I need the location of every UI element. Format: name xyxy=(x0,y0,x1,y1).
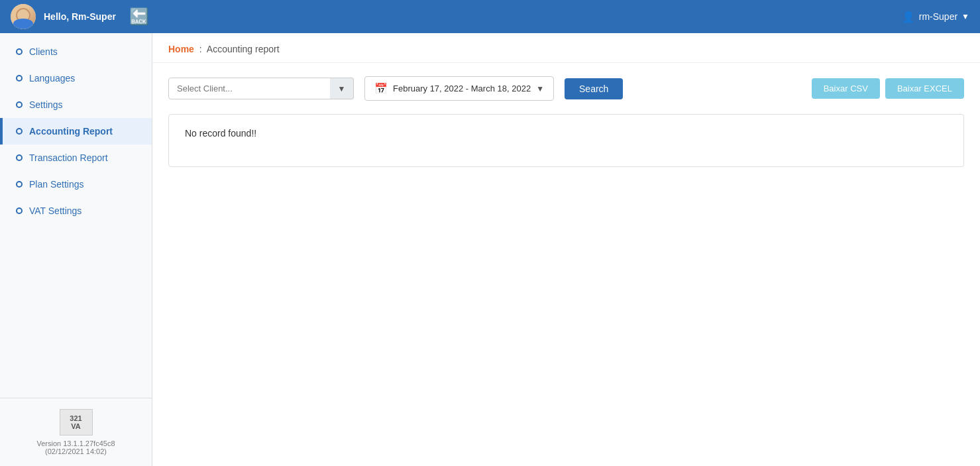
user-menu[interactable]: 👤 rm-Super ▼ xyxy=(902,11,969,23)
circle-icon xyxy=(16,128,23,135)
filter-row: ▼ 📅 February 17, 2022 - March 18, 2022 ▼… xyxy=(168,76,964,101)
navbar: Hello, Rm-Super 🔙 👤 rm-Super ▼ xyxy=(0,0,980,33)
results-area: No record found!! xyxy=(168,114,964,167)
date-range-picker[interactable]: 📅 February 17, 2022 - March 18, 2022 ▼ xyxy=(364,76,554,101)
avatar-body xyxy=(13,19,33,29)
client-select-input[interactable] xyxy=(168,78,354,99)
username-text: rm-Super xyxy=(919,11,957,22)
sidebar-item-label: Accounting Report xyxy=(29,126,113,137)
version-text: Version 13.1.1.27fc45c8(02/12/2021 14:02… xyxy=(11,439,141,455)
sidebar-item-label: VAT Settings xyxy=(29,205,82,216)
client-select-wrapper: ▼ xyxy=(168,78,354,99)
baixar-excel-button[interactable]: Baixar EXCEL xyxy=(885,78,964,99)
search-button[interactable]: Search xyxy=(565,78,623,99)
select-dropdown-arrow[interactable]: ▼ xyxy=(330,78,354,99)
sidebar-nav: Clients Languages Settings Accounting Re… xyxy=(0,33,152,398)
circle-icon xyxy=(16,101,23,108)
main-layout: Clients Languages Settings Accounting Re… xyxy=(0,33,980,466)
calendar-icon: 📅 xyxy=(374,82,388,95)
breadcrumb-current: Accounting report xyxy=(207,44,280,54)
sidebar-item-label: Settings xyxy=(29,99,63,110)
content-body: ▼ 📅 February 17, 2022 - March 18, 2022 ▼… xyxy=(152,63,980,180)
greeting-text: Hello, Rm-Super xyxy=(44,11,116,22)
content-area: Home : Accounting report ▼ 📅 February 17… xyxy=(152,33,980,466)
circle-icon xyxy=(16,154,23,161)
user-icon: 👤 xyxy=(902,11,915,23)
no-record-text: No record found!! xyxy=(185,128,256,139)
sidebar-item-transaction-report[interactable]: Transaction Report xyxy=(0,145,152,171)
home-link[interactable]: Home xyxy=(168,44,194,54)
navbar-left: Hello, Rm-Super 🔙 xyxy=(11,4,149,29)
circle-icon xyxy=(16,75,23,82)
sidebar-item-settings[interactable]: Settings xyxy=(0,91,152,118)
sidebar-item-clients[interactable]: Clients xyxy=(0,38,152,65)
circle-icon xyxy=(16,207,23,214)
avatar-image xyxy=(11,4,36,29)
circle-icon xyxy=(16,48,23,55)
sidebar-item-plan-settings[interactable]: Plan Settings xyxy=(0,171,152,198)
sidebar-item-label: Languages xyxy=(29,73,75,84)
sidebar-footer: 321VA Version 13.1.1.27fc45c8(02/12/2021… xyxy=(0,398,152,466)
breadcrumb-separator: : xyxy=(199,44,202,54)
sidebar-item-accounting-report[interactable]: Accounting Report xyxy=(0,118,152,145)
sidebar-item-languages[interactable]: Languages xyxy=(0,65,152,91)
chevron-down-icon: ▼ xyxy=(961,12,969,21)
breadcrumb: Home : Accounting report xyxy=(152,33,980,63)
export-buttons: Baixar CSV Baixar EXCEL xyxy=(812,78,964,99)
sidebar-item-vat-settings[interactable]: VAT Settings xyxy=(0,198,152,224)
sidebar-item-label: Transaction Report xyxy=(29,152,108,163)
sidebar-item-label: Clients xyxy=(29,46,58,57)
circle-icon xyxy=(16,181,23,188)
avatar xyxy=(11,4,36,29)
date-range-text: February 17, 2022 - March 18, 2022 xyxy=(393,84,531,93)
date-picker-arrow: ▼ xyxy=(536,84,544,93)
sidebar: Clients Languages Settings Accounting Re… xyxy=(0,33,152,466)
back-arrow-icon[interactable]: 🔙 xyxy=(129,7,149,26)
sidebar-item-label: Plan Settings xyxy=(29,179,84,190)
baixar-csv-button[interactable]: Baixar CSV xyxy=(812,78,880,99)
version-logo: 321VA xyxy=(60,409,93,436)
